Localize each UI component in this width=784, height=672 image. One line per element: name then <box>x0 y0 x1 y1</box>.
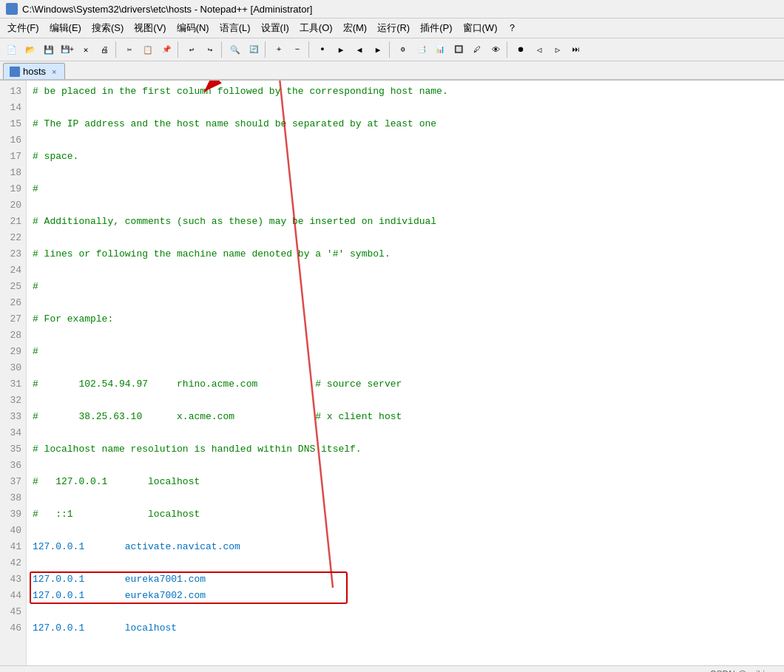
tab-close-button[interactable]: × <box>52 67 56 76</box>
line-number: 17 <box>0 149 26 165</box>
tb-cut[interactable]: ✂ <box>121 41 138 58</box>
tb-paste[interactable]: 📌 <box>158 41 175 58</box>
tb-extra4[interactable]: 🔲 <box>450 41 467 58</box>
tb-extra6[interactable]: 👁 <box>487 41 504 58</box>
title-bar: C:\Windows\System32\drivers\etc\hosts - … <box>0 0 784 18</box>
tb-macro-rec[interactable]: ● <box>314 41 331 58</box>
code-line: # ::1 localhost <box>33 506 784 523</box>
line-number: 25 <box>0 279 26 295</box>
code-line <box>33 458 784 474</box>
line-number: 32 <box>0 393 26 409</box>
code-line <box>33 230 784 246</box>
line-number: 14 <box>0 100 26 116</box>
line-number: 43 <box>0 571 26 588</box>
tb-extra9[interactable]: ▷ <box>549 41 567 58</box>
tb-extra10[interactable]: ⏭ <box>567 41 585 58</box>
tb-replace[interactable]: 🔄 <box>245 41 263 58</box>
menu-run[interactable]: 运行(R) <box>373 20 414 36</box>
line-number: 42 <box>0 555 26 571</box>
tb-redo[interactable]: ↪ <box>201 41 219 58</box>
line-number: 41 <box>0 539 26 555</box>
tb-extra5[interactable]: 🖊 <box>468 41 486 58</box>
line-number: 36 <box>0 458 26 474</box>
tb-undo[interactable]: ↩ <box>183 41 200 58</box>
tb-separator-6 <box>389 41 392 58</box>
menu-file[interactable]: 文件(F) <box>3 20 44 36</box>
tb-macro-next[interactable]: ▶ <box>369 41 387 58</box>
line-number: 34 <box>0 425 26 441</box>
tb-extra8[interactable]: ◁ <box>530 41 548 58</box>
tb-extra2[interactable]: 📑 <box>413 41 430 58</box>
code-content[interactable]: # be placed in the first column followed… <box>27 81 784 665</box>
line-number: 13 <box>0 84 26 100</box>
code-line: 127.0.0.1 localhost <box>33 620 784 637</box>
menu-language[interactable]: 语言(L) <box>215 20 255 36</box>
tb-separator-4 <box>265 41 268 58</box>
menu-macro[interactable]: 宏(M) <box>339 20 372 36</box>
tb-extra1[interactable]: ⚙ <box>394 41 412 58</box>
tb-extra7[interactable]: ⏺ <box>512 41 530 58</box>
line-number: 31 <box>0 376 26 393</box>
tb-macro-play[interactable]: ▶ <box>332 41 350 58</box>
menu-view[interactable]: 视图(V) <box>129 20 170 36</box>
status-bar: CSDN @caibixyy <box>0 665 784 672</box>
tb-zoom-out[interactable]: − <box>288 41 306 58</box>
tb-separator-3 <box>221 41 224 58</box>
line-number: 23 <box>0 246 26 262</box>
line-number: 20 <box>0 197 26 214</box>
tb-macro-prev[interactable]: ◀ <box>351 41 368 58</box>
tb-separator-1 <box>115 41 118 58</box>
line-number: 35 <box>0 441 26 458</box>
code-line: 127.0.0.1 activate.navicat.com <box>33 539 784 555</box>
code-line <box>33 165 784 181</box>
editor-area: 1314151617181920212223242526272829303132… <box>0 81 784 665</box>
tb-save[interactable]: 💾 <box>40 41 58 58</box>
code-line: # <box>33 181 784 197</box>
menu-search[interactable]: 搜索(S) <box>87 20 128 36</box>
code-line <box>33 523 784 539</box>
line-number: 26 <box>0 295 26 311</box>
line-number: 45 <box>0 604 26 620</box>
menu-tools[interactable]: 工具(O) <box>295 20 337 36</box>
code-line: 127.0.0.1 eureka7001.com <box>33 571 784 588</box>
tb-new[interactable]: 📄 <box>3 41 21 58</box>
tb-find[interactable]: 🔍 <box>226 41 244 58</box>
menu-plugins[interactable]: 插件(P) <box>416 20 456 36</box>
code-line: # 102.54.94.97 rhino.acme.com # source s… <box>33 376 784 393</box>
line-number: 30 <box>0 360 26 376</box>
code-line: # <box>33 344 784 360</box>
tb-print[interactable]: 🖨 <box>95 41 113 58</box>
code-line: # <box>33 279 784 295</box>
menu-settings[interactable]: 设置(I) <box>257 20 294 36</box>
menu-edit[interactable]: 编辑(E) <box>45 20 86 36</box>
code-line <box>33 425 784 441</box>
title-text: C:\Windows\System32\drivers\etc\hosts - … <box>22 4 312 15</box>
tb-saveall[interactable]: 💾+ <box>58 41 76 58</box>
menu-encoding[interactable]: 编码(N) <box>172 20 214 36</box>
line-number: 18 <box>0 165 26 181</box>
tb-extra3[interactable]: 📊 <box>431 41 449 58</box>
code-line: # The IP address and the host name shoul… <box>33 116 784 132</box>
line-number: 21 <box>0 214 26 230</box>
menu-help[interactable]: ？ <box>503 20 521 36</box>
tb-open[interactable]: 📂 <box>21 41 39 58</box>
tab-hosts[interactable]: hosts × <box>3 63 65 79</box>
menu-bar: 文件(F) 编辑(E) 搜索(S) 视图(V) 编码(N) 语言(L) 设置(I… <box>0 18 784 38</box>
tb-close[interactable]: ✕ <box>77 41 95 58</box>
line-number: 15 <box>0 116 26 132</box>
code-line: # 127.0.0.1 localhost <box>33 474 784 490</box>
code-line <box>33 327 784 344</box>
code-line <box>33 295 784 311</box>
line-number: 33 <box>0 409 26 425</box>
tab-icon <box>10 67 20 77</box>
menu-window[interactable]: 窗口(W) <box>459 20 502 36</box>
line-number: 27 <box>0 311 26 327</box>
code-line: 127.0.0.1 eureka7002.com <box>33 588 784 604</box>
tb-zoom-in[interactable]: + <box>270 41 288 58</box>
line-number: 28 <box>0 327 26 344</box>
tb-copy[interactable]: 📋 <box>139 41 157 58</box>
tab-bar: hosts × <box>0 61 784 81</box>
line-numbers: 1314151617181920212223242526272829303132… <box>0 81 27 665</box>
line-number: 19 <box>0 181 26 197</box>
toolbar: 📄 📂 💾 💾+ ✕ 🖨 ✂ 📋 📌 ↩ ↪ 🔍 🔄 + − ● ▶ ◀ ▶ ⚙… <box>0 38 784 61</box>
